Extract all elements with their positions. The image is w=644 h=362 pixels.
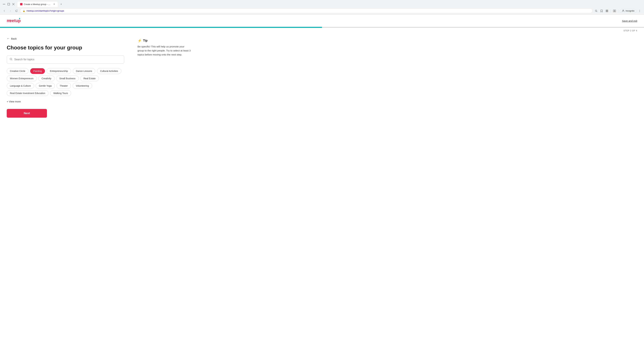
incognito-button[interactable]: Incognito — [620, 9, 636, 13]
svg-point-4 — [595, 10, 597, 11]
step-indicator: STEP 2 OF 4 — [0, 28, 644, 33]
topics-grid: Creative CirclePaintingEntrepreneurshipD… — [7, 68, 124, 96]
svg-text:eetup: eetup — [10, 18, 21, 23]
back-button[interactable]: ← Back — [7, 37, 16, 40]
secure-icon: 🔒 — [23, 10, 25, 12]
svg-point-13 — [640, 10, 640, 10]
main-content: ← Back Choose topics for your group Crea… — [0, 33, 201, 124]
svg-point-14 — [640, 10, 640, 11]
svg-line-5 — [597, 11, 598, 12]
tip-header: ⚡ Tip — [138, 38, 191, 42]
search-icon — [10, 58, 12, 61]
page-title: Choose topics for your group — [7, 44, 124, 51]
svg-rect-7 — [607, 10, 608, 11]
topic-tag-small-business[interactable]: Small Business — [56, 76, 79, 81]
svg-line-20 — [12, 60, 12, 60]
topic-tag-women-entrepreneurs[interactable]: Women Entrepreneurs — [7, 76, 37, 81]
back-nav-button[interactable] — [2, 8, 7, 13]
minimize-button[interactable] — [2, 2, 6, 6]
save-exit-button[interactable]: Save and exit — [622, 19, 637, 22]
toolbar-actions: Incognito — [594, 8, 642, 13]
tab-close-icon[interactable]: ✕ — [53, 3, 55, 5]
next-button[interactable]: Next — [7, 109, 47, 118]
svg-rect-6 — [606, 10, 607, 11]
back-label: Back — [11, 37, 16, 40]
svg-rect-1 — [8, 3, 10, 5]
topic-tag-dance-lessons[interactable]: Dance Lessons — [73, 68, 96, 74]
tip-box: ⚡ Tip Be specific! This will help us pro… — [138, 38, 191, 57]
address-bar[interactable]: 🔒 meetup.com/start/topics?origin=groups — [20, 8, 592, 13]
topic-tag-gentle-yoga[interactable]: Gentle Yoga — [36, 83, 55, 89]
topic-tag-walking-tours[interactable]: Walking Tours — [50, 90, 71, 96]
form-section: ← Back Choose topics for your group Crea… — [7, 37, 124, 118]
new-tab-button[interactable]: + — [59, 1, 63, 7]
extensions-button[interactable] — [604, 8, 609, 13]
search-input[interactable] — [14, 58, 121, 61]
page: m eetup Save and exit STEP 2 OF 4 ← Back… — [0, 15, 644, 362]
tab-label: Create a Meetup group - Meet... — [24, 3, 52, 5]
search-toolbar-button[interactable] — [594, 8, 598, 13]
svg-rect-9 — [607, 11, 608, 12]
topic-tag-real-estate[interactable]: Real Estate — [80, 76, 99, 81]
svg-rect-10 — [613, 10, 614, 12]
forward-nav-button[interactable] — [8, 8, 13, 13]
url-text: meetup.com/start/topics?origin=groups — [26, 9, 590, 12]
site-header: m eetup Save and exit — [0, 15, 644, 27]
meetup-logo[interactable]: m eetup — [7, 17, 24, 24]
topic-tag-theater[interactable]: Theater — [56, 83, 71, 89]
svg-rect-0 — [3, 4, 5, 4]
tip-text: Be specific! This will help us promote y… — [138, 44, 191, 57]
tip-title: Tip — [143, 39, 148, 42]
back-arrow-icon: ← — [7, 37, 10, 40]
svg-point-18 — [19, 18, 20, 19]
topic-tag-language-culture[interactable]: Language & Culture — [7, 83, 34, 89]
search-box[interactable] — [7, 55, 124, 63]
svg-point-19 — [10, 58, 12, 60]
tip-section: ⚡ Tip Be specific! This will help us pro… — [138, 37, 191, 118]
topic-tag-volunteering[interactable]: Volunteering — [72, 83, 92, 89]
browser-toolbar: 🔒 meetup.com/start/topics?origin=groups … — [0, 7, 644, 14]
browser-titlebar: Create a Meetup group - Meet... ✕ + — [0, 0, 644, 7]
view-more-button[interactable]: + View more — [7, 99, 21, 104]
close-button[interactable] — [12, 2, 16, 6]
topic-tag-real-estate-investment[interactable]: Real Estate Investment Education — [7, 90, 48, 96]
lightning-icon: ⚡ — [138, 38, 142, 42]
reload-button[interactable] — [14, 8, 19, 13]
more-button[interactable] — [637, 8, 642, 13]
browser-tab[interactable]: Create a Meetup group - Meet... ✕ — [18, 2, 58, 7]
topic-tag-painting[interactable]: Painting — [30, 68, 45, 74]
bookmark-button[interactable] — [599, 8, 604, 13]
topic-tag-creative-circle[interactable]: Creative Circle — [7, 68, 28, 74]
browser-chrome: Create a Meetup group - Meet... ✕ + 🔒 me… — [0, 0, 644, 15]
svg-rect-8 — [606, 11, 607, 12]
svg-point-15 — [640, 11, 640, 12]
split-view-button[interactable] — [612, 8, 617, 13]
maximize-button[interactable] — [7, 2, 11, 6]
topic-tag-cultural-activities[interactable]: Cultural Activities — [97, 68, 121, 74]
topic-tag-entrepreneurship[interactable]: Entrepreneurship — [46, 68, 71, 74]
incognito-label: Incognito — [626, 9, 634, 12]
svg-point-12 — [623, 10, 624, 11]
topic-tag-creativity[interactable]: Creativity — [38, 76, 54, 81]
svg-rect-11 — [615, 10, 616, 12]
tab-favicon — [20, 3, 22, 5]
